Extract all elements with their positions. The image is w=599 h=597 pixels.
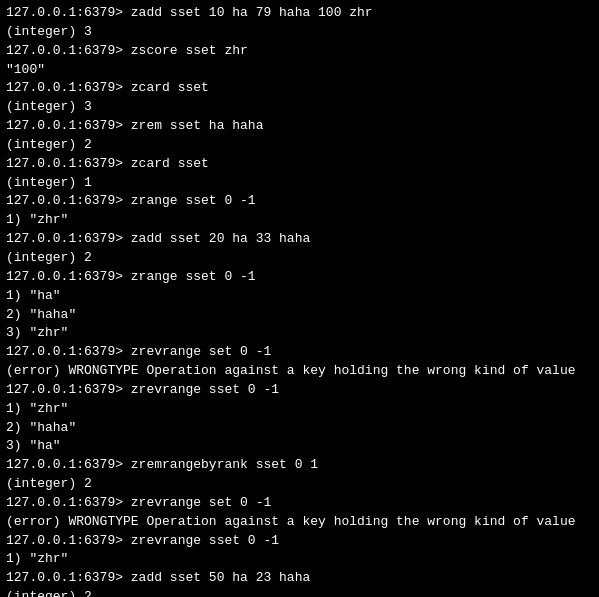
- terminal-window: 127.0.0.1:6379> zadd sset 10 ha 79 haha …: [0, 0, 599, 597]
- terminal-prompt: 127.0.0.1:6379> zrevrange set 0 -1: [6, 494, 593, 513]
- terminal-prompt: 127.0.0.1:6379> zadd sset 10 ha 79 haha …: [6, 4, 593, 23]
- terminal-response: 1) "zhr": [6, 211, 593, 230]
- terminal-response: 3) "zhr": [6, 324, 593, 343]
- terminal-response: (integer) 2: [6, 249, 593, 268]
- terminal-prompt: 127.0.0.1:6379> zadd sset 50 ha 23 haha: [6, 569, 593, 588]
- terminal-response: (integer) 3: [6, 98, 593, 117]
- terminal-response: (integer) 2: [6, 136, 593, 155]
- terminal-prompt: 127.0.0.1:6379> zrem sset ha haha: [6, 117, 593, 136]
- terminal-prompt: 127.0.0.1:6379> zrange sset 0 -1: [6, 268, 593, 287]
- terminal-response: (integer) 1: [6, 174, 593, 193]
- terminal-response: (integer) 3: [6, 23, 593, 42]
- terminal-error: (error) WRONGTYPE Operation against a ke…: [6, 513, 593, 532]
- terminal-response: 2) "haha": [6, 419, 593, 438]
- terminal-response: (integer) 2: [6, 475, 593, 494]
- terminal-error: (error) WRONGTYPE Operation against a ke…: [6, 362, 593, 381]
- terminal-prompt: 127.0.0.1:6379> zrevrange set 0 -1: [6, 343, 593, 362]
- terminal-response: "100": [6, 61, 593, 80]
- terminal-response: 3) "ha": [6, 437, 593, 456]
- terminal-prompt: 127.0.0.1:6379> zcard sset: [6, 155, 593, 174]
- terminal-response: 2) "haha": [6, 306, 593, 325]
- terminal-prompt: 127.0.0.1:6379> zscore sset zhr: [6, 42, 593, 61]
- terminal-response: 1) "ha": [6, 287, 593, 306]
- terminal-prompt: 127.0.0.1:6379> zrange sset 0 -1: [6, 192, 593, 211]
- terminal-response: 1) "zhr": [6, 550, 593, 569]
- terminal-response: 1) "zhr": [6, 400, 593, 419]
- terminal-prompt: 127.0.0.1:6379> zrevrange sset 0 -1: [6, 381, 593, 400]
- terminal-response: (integer) 2: [6, 588, 593, 597]
- terminal-prompt: 127.0.0.1:6379> zadd sset 20 ha 33 haha: [6, 230, 593, 249]
- terminal-prompt: 127.0.0.1:6379> zcard sset: [6, 79, 593, 98]
- terminal-prompt: 127.0.0.1:6379> zremrangebyrank sset 0 1: [6, 456, 593, 475]
- terminal-prompt: 127.0.0.1:6379> zrevrange sset 0 -1: [6, 532, 593, 551]
